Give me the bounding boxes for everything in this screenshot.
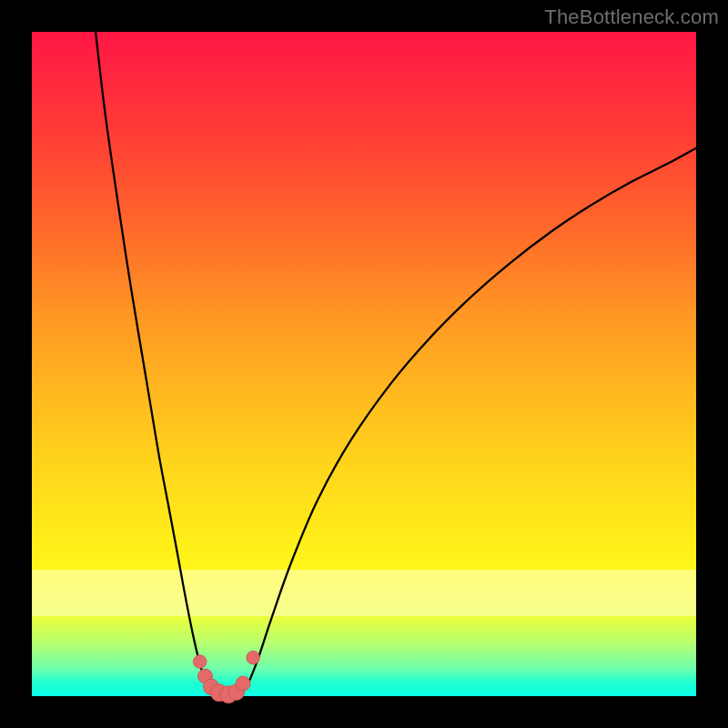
valley-marker <box>236 676 250 691</box>
bottleneck-curve <box>96 32 696 695</box>
valley-marker-group <box>193 651 259 703</box>
valley-marker <box>193 655 207 669</box>
chart-frame: TheBottleneck.com <box>0 0 728 728</box>
valley-marker <box>247 651 260 664</box>
watermark-text: TheBottleneck.com <box>544 5 719 29</box>
chart-svg <box>32 32 696 696</box>
